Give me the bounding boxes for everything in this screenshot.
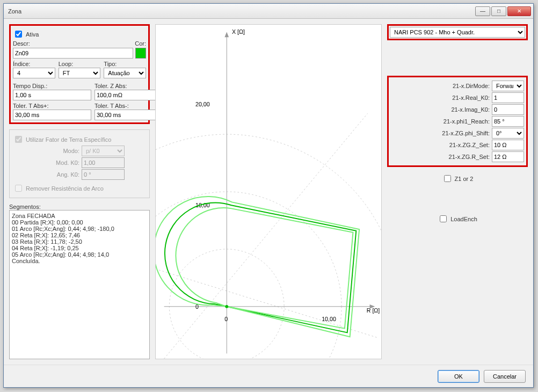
- tipo-label: Tipo:: [104, 61, 146, 67]
- fator-terra-checkbox: [15, 136, 22, 143]
- fator-terra-label: Utilizar Fator de Terra Específico: [26, 136, 111, 143]
- param-input[interactable]: [492, 104, 524, 115]
- maximize-button[interactable]: □: [491, 6, 506, 16]
- x-axis-label: X [Ω]: [232, 28, 245, 35]
- svg-point-9: [225, 305, 228, 308]
- param-input[interactable]: 0°: [492, 128, 524, 139]
- descr-input[interactable]: [13, 48, 133, 59]
- loadench-label: LoadEnch: [450, 216, 477, 222]
- color-swatch[interactable]: [135, 48, 146, 59]
- svg-point-1: [156, 192, 341, 359]
- ytick-20: 20,00: [195, 101, 210, 107]
- loop-label: Loop:: [59, 61, 101, 67]
- param-row: 21-x.Real_K0:: [391, 92, 524, 103]
- param-input[interactable]: [492, 116, 524, 127]
- rx-chart: X [Ω] R [Ω] 20,00 10,00 0: [156, 25, 381, 359]
- modk0-input: [82, 157, 125, 168]
- z1or2-row: Z1 or 2: [387, 173, 528, 184]
- cancel-button[interactable]: Cancelar: [484, 370, 526, 383]
- relay-model-select[interactable]: NARI PCS 902 - Mho + Quadr.: [390, 27, 525, 38]
- loadench-checkbox[interactable]: [440, 215, 447, 222]
- param-label: 21-x.phi1_Reach:: [444, 118, 490, 125]
- minimize-button[interactable]: —: [475, 6, 490, 16]
- remover-label: Remover Resistência de Arco: [26, 185, 104, 192]
- left-panel: Ativa Descr: Cor: Índice: 4 Loop:: [9, 24, 150, 359]
- ok-button[interactable]: OK: [438, 370, 479, 383]
- param-input[interactable]: [492, 92, 524, 103]
- angk0-label: Ang. K0:: [57, 171, 79, 178]
- modk0-label: Mod. K0:: [56, 159, 79, 166]
- zone-config-box: Ativa Descr: Cor: Índice: 4 Loop:: [9, 24, 150, 124]
- param-input[interactable]: [492, 140, 524, 150]
- param-row: 21-x.ZG.phi_Shift:0°: [391, 128, 524, 139]
- svg-point-2: [156, 134, 381, 359]
- right-panel: NARI PCS 902 - Mho + Quadr. 21-x.DirMode…: [387, 24, 528, 359]
- cor-label: Cor:: [135, 40, 146, 47]
- param-row: 21-x.ZG.R_Set:: [391, 151, 524, 162]
- chart-panel: X [Ω] R [Ω] 20,00 10,00 0: [155, 24, 382, 359]
- param-label: 21-x.DirMode:: [453, 83, 490, 89]
- param-input[interactable]: Forward: [492, 81, 524, 91]
- z1or2-label: Z1 or 2: [455, 176, 474, 182]
- segments-textarea[interactable]: Zona FECHADA 00 Partida [R;X]: 0,00; 0,0…: [9, 210, 150, 359]
- segmentos-label: Segmentos:: [9, 204, 150, 210]
- zona-window: Zona — □ ✕ Ativa Descr: Cor:: [3, 3, 534, 388]
- window-buttons: — □ ✕: [475, 6, 531, 16]
- toler-tabsp-label: Toler. T Abs+:: [13, 103, 91, 109]
- param-row: 21-x.phi1_Reach:: [391, 116, 524, 127]
- param-row: 21-x.ZG.Z_Set:: [391, 140, 524, 150]
- r-axis-label: R [Ω]: [367, 307, 380, 314]
- param-row: 21-x.DirMode:Forward: [391, 81, 524, 91]
- window-title: Zona: [8, 8, 475, 14]
- param-label: 21-x.Real_K0:: [452, 95, 490, 101]
- angk0-input: [82, 169, 125, 180]
- content-area: Ativa Descr: Cor: Índice: 4 Loop:: [4, 19, 533, 365]
- svg-marker-7: [224, 32, 229, 38]
- modo-label: Modo:: [63, 148, 79, 154]
- param-input[interactable]: [492, 151, 524, 162]
- xtick-0: 0: [224, 316, 228, 322]
- indice-select[interactable]: 4: [13, 68, 55, 78]
- param-row: 21-x.Imag_K0:: [391, 104, 524, 115]
- params-box: 21-x.DirMode:Forward21-x.Real_K0:21-x.Im…: [387, 76, 528, 167]
- footer: OK Cancelar: [4, 365, 533, 387]
- remover-checkbox: [15, 185, 22, 192]
- tempo-disp-label: Tempo Disp.:: [13, 83, 91, 89]
- relay-model-box: NARI PCS 902 - Mho + Quadr.: [387, 24, 528, 40]
- param-label: 21-x.ZG.phi_Shift:: [442, 130, 490, 136]
- param-label: 21-x.Imag_K0:: [451, 106, 490, 113]
- loop-select[interactable]: FT: [59, 68, 101, 78]
- modo-select: p/ K0: [82, 146, 125, 156]
- xtick-10: 10,00: [322, 316, 336, 322]
- titlebar: Zona — □ ✕: [4, 4, 533, 19]
- tempo-disp-input[interactable]: [13, 90, 91, 100]
- svg-line-3: [164, 113, 368, 359]
- tipo-select[interactable]: Atuação: [104, 68, 146, 78]
- param-label: 21-x.ZG.R_Set:: [449, 154, 490, 160]
- param-label: 21-x.ZG.Z_Set:: [449, 142, 490, 148]
- close-button[interactable]: ✕: [507, 6, 531, 16]
- ativa-label: Ativa: [26, 31, 39, 38]
- ativa-checkbox[interactable]: [15, 31, 22, 38]
- descr-label: Descr:: [13, 40, 133, 47]
- z1or2-checkbox[interactable]: [444, 175, 451, 182]
- indice-label: Índice:: [13, 61, 55, 67]
- loadench-row: LoadEnch: [387, 214, 528, 224]
- fator-terra-fieldset: Utilizar Fator de Terra Específico Modo:…: [9, 129, 150, 198]
- toler-tabsp-input[interactable]: [13, 110, 91, 120]
